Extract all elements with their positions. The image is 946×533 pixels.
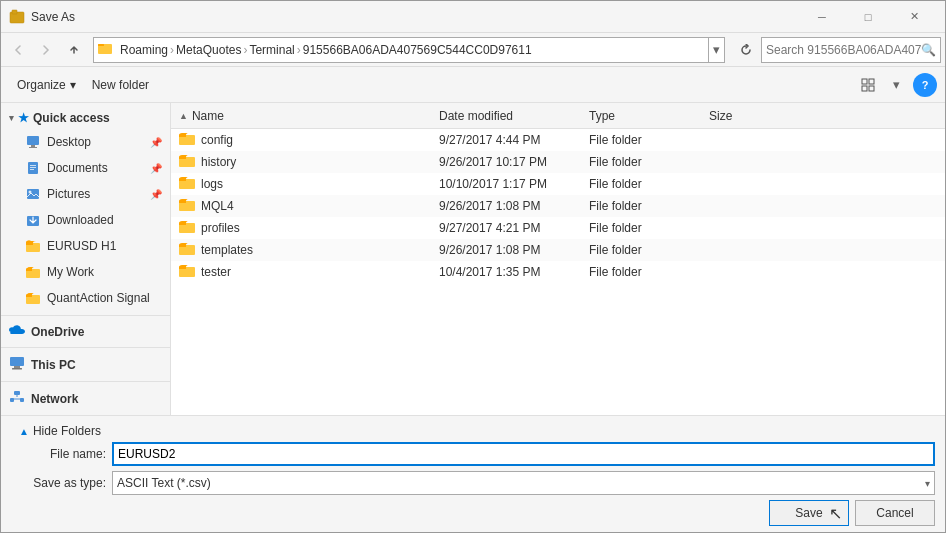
search-box[interactable]: 🔍: [761, 37, 941, 63]
svg-rect-4: [862, 79, 867, 84]
new-folder-button[interactable]: New folder: [84, 74, 157, 96]
close-button[interactable]: ✕: [891, 1, 937, 33]
table-row[interactable]: history 9/26/2017 10:17 PM File folder: [171, 151, 945, 173]
address-bar[interactable]: Roaming › MetaQuotes › Terminal › 915566…: [93, 37, 725, 63]
svg-rect-8: [27, 136, 39, 145]
desktop-icon: [25, 134, 41, 150]
breadcrumb-metaquotes[interactable]: MetaQuotes: [176, 43, 241, 57]
eurusdh1-icon: [25, 238, 41, 254]
filetype-text: ASCII Text (*.csv): [117, 476, 925, 490]
view-dropdown-button[interactable]: ▾: [883, 72, 909, 98]
sidebar-item-desktop[interactable]: Desktop 📌: [1, 129, 170, 155]
organize-button[interactable]: Organize ▾: [9, 74, 84, 96]
pictures-icon: [25, 186, 41, 202]
filename-input[interactable]: [112, 442, 935, 466]
sidebar-divider-3: [1, 381, 170, 382]
forward-button[interactable]: [33, 37, 59, 63]
table-row[interactable]: templates 9/26/2017 1:08 PM File folder: [171, 239, 945, 261]
sidebar: ▾ ★ Quick access Desktop 📌: [1, 103, 171, 415]
organize-dropdown-icon: ▾: [70, 78, 76, 92]
table-row[interactable]: profiles 9/27/2017 4:21 PM File folder: [171, 217, 945, 239]
svg-rect-23: [12, 368, 22, 370]
svg-rect-3: [98, 44, 104, 46]
svg-rect-5: [869, 79, 874, 84]
file-date: 9/27/2017 4:21 PM: [439, 221, 589, 235]
table-row[interactable]: tester 10/4/2017 1:35 PM File folder: [171, 261, 945, 283]
back-button[interactable]: [5, 37, 31, 63]
desktop-label: Desktop: [47, 135, 91, 149]
minimize-button[interactable]: ─: [799, 1, 845, 33]
refresh-button[interactable]: [733, 37, 759, 63]
col-type-header[interactable]: Type: [589, 109, 709, 123]
address-toolbar: Roaming › MetaQuotes › Terminal › 915566…: [1, 33, 945, 67]
table-row[interactable]: logs 10/10/2017 1:17 PM File folder: [171, 173, 945, 195]
breadcrumb-roaming[interactable]: Roaming: [120, 43, 168, 57]
column-header: ▲ Name Date modified Type Size: [171, 103, 945, 129]
file-type: File folder: [589, 133, 709, 147]
file-name-text: templates: [201, 243, 253, 257]
filetype-dropdown-icon: ▾: [925, 478, 930, 489]
maximize-button[interactable]: □: [845, 1, 891, 33]
save-button[interactable]: Save ↖: [769, 500, 849, 526]
view-toggle-button[interactable]: [855, 72, 881, 98]
help-button[interactable]: ?: [913, 73, 937, 97]
svg-rect-15: [27, 189, 39, 199]
up-button[interactable]: [61, 37, 87, 63]
onedrive-header[interactable]: OneDrive: [1, 320, 170, 343]
file-name-text: profiles: [201, 221, 240, 235]
desktop-pin-icon: 📌: [150, 137, 162, 148]
svg-rect-9: [31, 145, 35, 147]
filetype-select[interactable]: ASCII Text (*.csv) ▾: [112, 471, 935, 495]
svg-rect-12: [30, 165, 36, 166]
svg-rect-7: [869, 86, 874, 91]
eurusdh1-label: EURUSD H1: [47, 239, 116, 253]
file-type: File folder: [589, 199, 709, 213]
folder-icon: [179, 132, 195, 149]
folder-icon: [179, 176, 195, 193]
sidebar-item-mywork[interactable]: My Work: [1, 259, 170, 285]
thispc-label: This PC: [31, 358, 76, 372]
file-date: 9/27/2017 4:44 PM: [439, 133, 589, 147]
file-type: File folder: [589, 221, 709, 235]
onedrive-label: OneDrive: [31, 325, 84, 339]
sidebar-item-downloaded[interactable]: Downloaded: [1, 207, 170, 233]
sidebar-item-pictures[interactable]: Pictures 📌: [1, 181, 170, 207]
hide-folders-arrow-icon: ▲: [19, 426, 29, 437]
documents-icon: [25, 160, 41, 176]
col-name-header[interactable]: ▲ Name: [179, 109, 439, 123]
breadcrumb-id[interactable]: 915566BA06ADA407569C544CC0D97611: [303, 43, 532, 57]
file-date: 9/26/2017 10:17 PM: [439, 155, 589, 169]
sidebar-item-eurusdh1[interactable]: EURUSD H1: [1, 233, 170, 259]
cancel-button[interactable]: Cancel: [855, 500, 935, 526]
sidebar-divider-1: [1, 315, 170, 316]
col-date-header[interactable]: Date modified: [439, 109, 589, 123]
search-input[interactable]: [766, 43, 921, 57]
address-dropdown-button[interactable]: ▾: [708, 37, 724, 63]
sidebar-divider-2: [1, 347, 170, 348]
sidebar-item-documents[interactable]: Documents 📌: [1, 155, 170, 181]
breadcrumb-terminal[interactable]: Terminal: [249, 43, 294, 57]
quick-access-header[interactable]: ▾ ★ Quick access: [1, 107, 170, 129]
folder-icon: [179, 198, 195, 215]
content-toolbar: Organize ▾ New folder ▾ ?: [1, 67, 945, 103]
thispc-icon: [9, 356, 25, 373]
file-name-text: history: [201, 155, 236, 169]
downloaded-icon: [25, 212, 41, 228]
onedrive-icon: [9, 324, 25, 339]
table-row[interactable]: config 9/27/2017 4:44 PM File folder: [171, 129, 945, 151]
col-size-header[interactable]: Size: [709, 109, 937, 123]
svg-rect-10: [29, 147, 37, 148]
network-header[interactable]: Network: [1, 386, 170, 411]
quick-access-arrow: ▾: [9, 113, 14, 123]
documents-pin-icon: 📌: [150, 163, 162, 174]
thispc-header[interactable]: This PC: [1, 352, 170, 377]
sort-arrow-icon: ▲: [179, 111, 188, 121]
table-row[interactable]: MQL4 9/26/2017 1:08 PM File folder: [171, 195, 945, 217]
savetype-label: Save as type:: [11, 476, 106, 490]
sidebar-item-quantaction[interactable]: QuantAction Signal: [1, 285, 170, 311]
hide-folders-row[interactable]: ▲ Hide Folders: [11, 422, 935, 438]
svg-rect-13: [30, 167, 36, 168]
file-area: ▲ Name Date modified Type Size config 9/…: [171, 103, 945, 415]
documents-label: Documents: [47, 161, 108, 175]
file-name-text: logs: [201, 177, 223, 191]
